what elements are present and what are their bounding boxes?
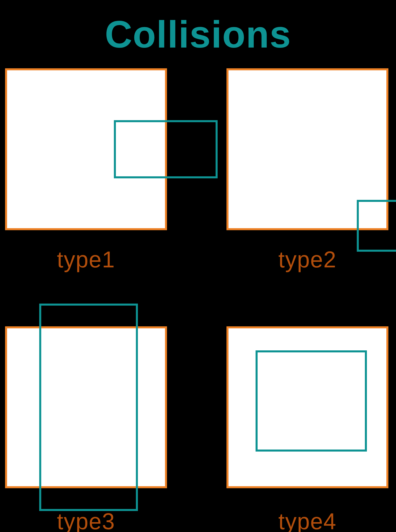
- panel1-teal-box: [114, 120, 218, 178]
- panel4-teal-box: [256, 350, 367, 452]
- panel2-teal-box: [357, 200, 396, 252]
- panel3-caption: type3: [5, 508, 167, 532]
- panel3-teal-box: [39, 304, 138, 511]
- diagram-canvas: Collisions type1 type2 type3 type4: [0, 0, 396, 532]
- panel4-caption: type4: [226, 508, 388, 532]
- panel2-caption: type2: [226, 247, 388, 273]
- panel1-caption: type1: [5, 247, 167, 273]
- page-title: Collisions: [0, 13, 396, 56]
